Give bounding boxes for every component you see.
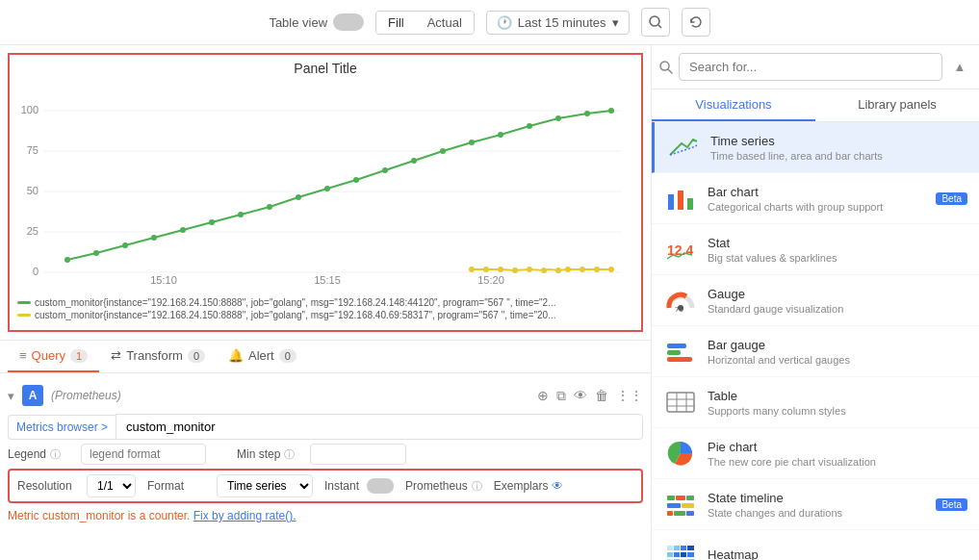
svg-line-1 — [658, 25, 661, 28]
viz-item-gauge[interactable]: 79 Gauge Standard gauge visualization — [652, 275, 979, 326]
tab-alert-label: Alert — [248, 348, 274, 363]
statetimeline-desc: State changes and durations — [708, 507, 926, 519]
tab-visualizations[interactable]: Visualizations — [652, 89, 815, 121]
table-info: Table Supports many column styles — [708, 389, 967, 417]
svg-text:25: 25 — [27, 225, 39, 237]
svg-rect-50 — [687, 198, 693, 210]
svg-rect-66 — [682, 503, 694, 508]
time-picker[interactable]: 🕐 Last 15 minutes ▾ — [486, 11, 630, 35]
barchart-info: Bar chart Categorical charts with group … — [708, 185, 926, 213]
statetimeline-beta: Beta — [936, 498, 967, 511]
svg-rect-68 — [674, 511, 685, 516]
svg-rect-74 — [667, 552, 673, 557]
svg-rect-72 — [681, 546, 686, 550]
tab-query[interactable]: ≡ Query 1 — [8, 341, 99, 372]
actual-button[interactable]: Actual — [416, 12, 474, 34]
viz-item-bargauge[interactable]: Bar gauge Horizontal and vertical gauges — [652, 326, 979, 377]
fill-actual-group: Fill Actual — [375, 11, 475, 35]
legend-input[interactable] — [81, 444, 206, 465]
statetimeline-name: State timeline — [708, 491, 926, 505]
piechart-info: Pie chart The new core pie chart visuali… — [708, 440, 967, 468]
svg-rect-76 — [681, 552, 686, 557]
svg-point-15 — [64, 257, 70, 263]
copy-icon[interactable]: ⧉ — [556, 388, 566, 404]
resolution-select[interactable]: 1/1 1/2 1/4 — [87, 474, 136, 497]
panel-type-tabs: Visualizations Library panels — [652, 89, 979, 122]
tab-transform-label: Transform — [126, 348, 183, 363]
svg-text:15:15: 15:15 — [314, 274, 341, 286]
tab-query-label: Query — [32, 348, 65, 363]
svg-rect-62 — [667, 496, 675, 500]
viz-item-heatmap[interactable]: Heatmap — [652, 530, 979, 560]
delete-icon[interactable]: 🗑 — [595, 388, 608, 404]
clock-icon: 🕐 — [497, 15, 512, 30]
table-view-toggle[interactable] — [333, 13, 364, 31]
search-bar: ▲ — [652, 45, 979, 89]
query-letter: A — [22, 385, 43, 406]
svg-point-19 — [180, 227, 186, 233]
resolution-format-row: Resolution 1/1 1/2 1/4 Format Time serie… — [8, 469, 643, 503]
refresh-button[interactable] — [682, 8, 710, 37]
svg-point-28 — [440, 148, 446, 154]
fill-button[interactable]: Fill — [376, 12, 416, 34]
collapse-panel-button[interactable]: ▲ — [948, 56, 971, 79]
tab-transform-icon: ⇄ — [111, 348, 121, 363]
add-expression-icon[interactable]: ⊕ — [537, 388, 549, 404]
exemplars-section: Exemplars 👁 — [494, 479, 564, 493]
metrics-browser-button[interactable]: Metrics browser > — [8, 415, 116, 440]
bargauge-name: Bar gauge — [708, 338, 967, 352]
svg-rect-75 — [674, 552, 680, 557]
viz-item-barchart[interactable]: Bar chart Categorical charts with group … — [652, 173, 979, 224]
format-select[interactable]: Time series Table Heatmap — [217, 474, 313, 497]
gauge-name: Gauge — [708, 287, 967, 301]
eye-icon[interactable]: 👁 — [574, 388, 587, 404]
viz-item-timeseries[interactable]: Time series Time based line, area and ba… — [652, 122, 979, 173]
time-label: Last 15 minutes — [518, 15, 606, 30]
gauge-desc: Standard gauge visualization — [708, 303, 967, 315]
chart-title: Panel Title — [10, 55, 641, 82]
svg-point-37 — [498, 267, 503, 272]
query-row-header: ▾ A (Prometheus) ⊕ ⧉ 👁 🗑 ⋮⋮ — [8, 381, 643, 410]
viz-item-table[interactable]: Table Supports many column styles — [652, 377, 979, 428]
svg-point-39 — [527, 267, 532, 272]
svg-rect-67 — [667, 511, 673, 516]
barchart-beta: Beta — [936, 192, 967, 205]
timeseries-desc: Time based line, area and bar charts — [710, 150, 967, 162]
zoom-fit-button[interactable] — [641, 8, 670, 37]
viz-item-piechart[interactable]: Pie chart The new core pie chart visuali… — [652, 428, 979, 479]
legend-color-2 — [17, 314, 31, 317]
viz-list: Time series Time based line, area and ba… — [652, 122, 979, 560]
fix-rate-link[interactable]: Fix by adding rate(). — [193, 509, 296, 522]
viz-item-stat[interactable]: 12.4 Stat Big stat values & sparklines — [652, 224, 979, 275]
drag-icon[interactable]: ⋮⋮ — [616, 388, 643, 404]
tab-alert[interactable]: 🔔 Alert 0 — [217, 341, 308, 372]
counter-warning: Metric custom_monitor is a counter. Fix … — [8, 505, 643, 526]
metrics-input[interactable] — [116, 414, 643, 440]
instant-toggle[interactable] — [367, 478, 394, 494]
svg-point-18 — [151, 235, 157, 241]
piechart-name: Pie chart — [708, 440, 967, 454]
stat-info: Stat Big stat values & sparklines — [708, 236, 967, 264]
svg-point-29 — [469, 140, 475, 145]
instant-label: Instant — [324, 479, 359, 493]
svg-line-47 — [668, 69, 672, 73]
svg-rect-73 — [687, 546, 694, 550]
table-view-label: Table view — [269, 15, 327, 30]
tab-alert-badge: 0 — [279, 349, 296, 363]
chevron-down-icon: ▾ — [612, 15, 619, 30]
search-input[interactable] — [679, 53, 942, 81]
tab-transform[interactable]: ⇄ Transform 0 — [99, 341, 217, 372]
chart-legend: custom_monitor{instance="192.168.24.150:… — [10, 293, 641, 326]
exemplars-eye-icon[interactable]: 👁 — [552, 479, 563, 493]
svg-text:75: 75 — [27, 144, 39, 156]
svg-point-40 — [541, 267, 547, 273]
right-panel: ▲ Visualizations Library panels — [652, 45, 979, 560]
top-toolbar: Table view Fill Actual 🕐 Last 15 minutes… — [0, 0, 979, 45]
svg-rect-55 — [667, 350, 681, 355]
query-input-row: Metrics browser > — [8, 414, 643, 440]
viz-item-statetimeline[interactable]: State timeline State changes and duratio… — [652, 479, 979, 530]
svg-point-43 — [580, 267, 585, 272]
min-step-input[interactable] — [310, 444, 406, 465]
gauge-icon: 79 — [663, 283, 698, 318]
tab-library-panels[interactable]: Library panels — [815, 89, 979, 121]
